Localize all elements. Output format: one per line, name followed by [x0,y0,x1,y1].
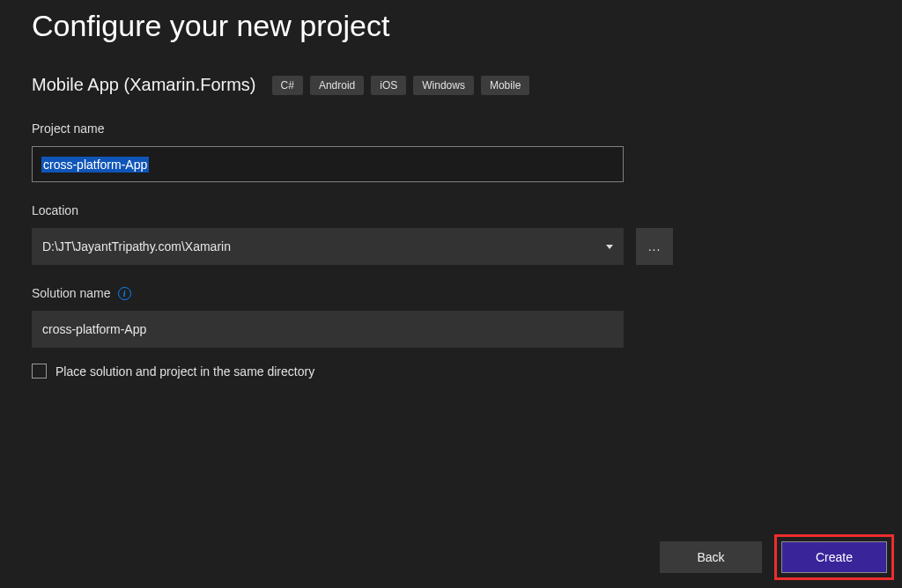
solution-name-value: cross-platform-App [42,322,146,336]
template-tags: C# Android iOS Windows Mobile [272,76,530,95]
template-name: Mobile App (Xamarin.Forms) [32,75,256,95]
tag-mobile: Mobile [481,76,529,95]
browse-button[interactable]: ... [636,228,673,265]
tag-android: Android [310,76,364,95]
project-name-label: Project name [32,121,870,136]
same-directory-checkbox[interactable] [32,364,47,379]
create-button[interactable]: Create [781,541,887,573]
solution-name-label: Solution name [32,286,111,300]
solution-name-input[interactable]: cross-platform-App [32,311,624,348]
project-name-input[interactable]: cross-platform-App [32,146,624,182]
page-title: Configure your new project [32,9,870,43]
tag-csharp: C# [272,76,303,95]
location-label: Location [32,203,870,217]
tag-windows: Windows [413,76,474,95]
back-button[interactable]: Back [660,541,762,573]
project-name-value: cross-platform-App [41,157,149,173]
same-directory-label: Place solution and project in the same d… [55,364,314,379]
info-icon[interactable]: i [118,287,131,300]
tag-ios: iOS [371,76,406,95]
location-value: D:\JT\JayantTripathy.com\Xamarin [42,239,231,254]
chevron-down-icon [606,245,613,249]
create-button-highlight: Create [774,534,894,580]
location-select[interactable]: D:\JT\JayantTripathy.com\Xamarin [32,228,624,265]
